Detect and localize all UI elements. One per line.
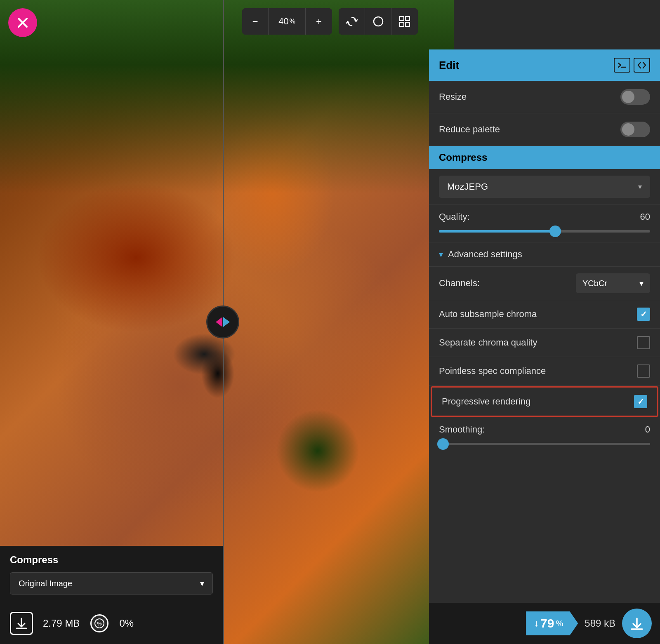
auto-subsample-checkbox[interactable] [637,308,650,321]
bottom-bar-right: ↓ 79 % 589 kB [429,603,660,644]
quality-slider-container [439,227,650,235]
left-compress-title: Compress [10,554,213,566]
advanced-label: Advanced settings [448,249,522,260]
quality-label: Quality: [439,212,470,222]
arrow-right-icon [223,317,230,327]
header-actions [614,58,650,73]
smoothing-value: 0 [645,424,650,435]
savings-arrow-icon: ↓ [534,618,539,629]
compare-arrows [216,317,230,327]
zoom-out-button[interactable]: − [242,8,269,35]
circle-icon [372,16,384,27]
zoom-toolbar: − 40 % + [242,8,418,35]
zoom-number: 40 [278,16,288,27]
original-image-dropdown[interactable]: Original Image ▾ [10,572,213,595]
quality-row: Quality: 60 [429,205,660,242]
zoom-in-button[interactable]: + [306,8,332,35]
panel-header: Edit [429,49,660,81]
quality-header: Quality: 60 [439,212,650,222]
reduce-palette-toggle[interactable] [620,122,650,137]
plus-icon: + [316,16,322,27]
advanced-settings-row[interactable]: ▾ Advanced settings [429,242,660,267]
pointless-spec-label: Pointless spec compliance [439,366,546,376]
quality-slider-track [439,230,650,233]
zoom-unit: % [290,18,295,25]
quality-slider-thumb[interactable] [549,226,561,237]
smoothing-label: Smoothing: [439,424,485,435]
zoom-controls: − 40 % + [242,8,332,35]
grid-view-button[interactable] [391,8,418,35]
codec-value: MozJEPG [447,181,488,192]
left-compress-panel: Compress Original Image ▾ [0,546,223,603]
minus-icon: − [252,16,258,27]
compare-handle[interactable] [206,306,239,338]
channels-label: Channels: [439,278,480,289]
close-button[interactable] [8,8,37,37]
view-controls [339,8,418,35]
compress-header: Compress [429,146,660,169]
arrow-left-icon [216,317,222,327]
download-left-button[interactable] [10,612,33,635]
quality-slider-fill [439,230,555,233]
smoothing-slider-track [439,443,650,445]
smoothing-header: Smoothing: 0 [439,424,650,435]
smoothing-row: Smoothing: 0 [429,418,660,455]
savings-percent-sign: % [556,619,563,628]
auto-subsample-row: Auto subsample chroma [429,300,660,329]
svg-text:%: % [97,621,102,627]
output-size-display: 589 kB [585,618,615,629]
edit-panel: Edit Resize Reduce palette [429,49,660,603]
compress-title: Compress [439,152,487,163]
smoothing-slider-container [439,440,650,448]
channels-dropdown[interactable]: YCbCr ▾ [576,273,650,293]
download-right-button[interactable] [622,609,652,638]
smoothing-slider-thumb[interactable] [437,438,449,450]
reduce-palette-label: Reduce palette [439,124,500,135]
pointless-spec-row: Pointless spec compliance [429,357,660,385]
svg-rect-4 [405,22,410,26]
rotate-icon [346,16,358,27]
auto-subsample-label: Auto subsample chroma [439,309,537,320]
svg-rect-1 [400,16,404,21]
toggle-knob [622,91,634,103]
percent-icon: % [90,613,109,633]
download-left-icon [15,617,28,630]
channels-dropdown-arrow: ▾ [639,278,644,288]
codec-dropdown-arrow: ▾ [638,182,642,191]
quality-value: 60 [640,212,650,222]
separate-chroma-row: Separate chroma quality [429,329,660,357]
savings-badge: ↓ 79 % [526,611,578,635]
reduction-percent: 0% [119,618,134,629]
channels-row: Channels: YCbCr ▾ [429,267,660,300]
progressive-rendering-row: Progressive rendering [431,386,658,417]
circle-view-button[interactable] [365,8,391,35]
progressive-checkbox[interactable] [634,395,647,408]
arrows-button[interactable] [634,58,650,73]
bottom-bar-left: 2.79 MB % 0% [0,603,223,644]
rotate-button[interactable] [339,8,365,35]
channels-value: YCbCr [582,279,607,288]
original-image-value: Original Image [19,579,72,588]
pointless-spec-checkbox[interactable] [637,364,650,378]
left-right-arrows-icon [637,61,646,69]
grid-icon [399,16,410,27]
panel-title: Edit [439,59,459,72]
svg-rect-2 [405,16,410,21]
resize-toggle[interactable] [620,89,650,105]
codec-dropdown[interactable]: MozJEPG ▾ [439,176,650,198]
close-icon [16,16,29,29]
terminal-button[interactable] [614,58,630,73]
original-dropdown-arrow: ▾ [200,578,204,588]
separate-chroma-checkbox[interactable] [637,336,650,349]
zoom-display: 40 % [269,8,306,35]
separate-chroma-label: Separate chroma quality [439,337,537,348]
savings-percent-value: 79 [540,616,554,630]
terminal-icon [618,61,627,69]
codec-row: MozJEPG ▾ [429,169,660,205]
svg-rect-3 [400,22,404,26]
download-right-icon [629,616,644,631]
percent-circle: % [90,614,108,632]
progressive-label: Progressive rendering [442,396,530,407]
reduce-toggle-knob [622,123,634,136]
resize-label: Resize [439,92,467,102]
